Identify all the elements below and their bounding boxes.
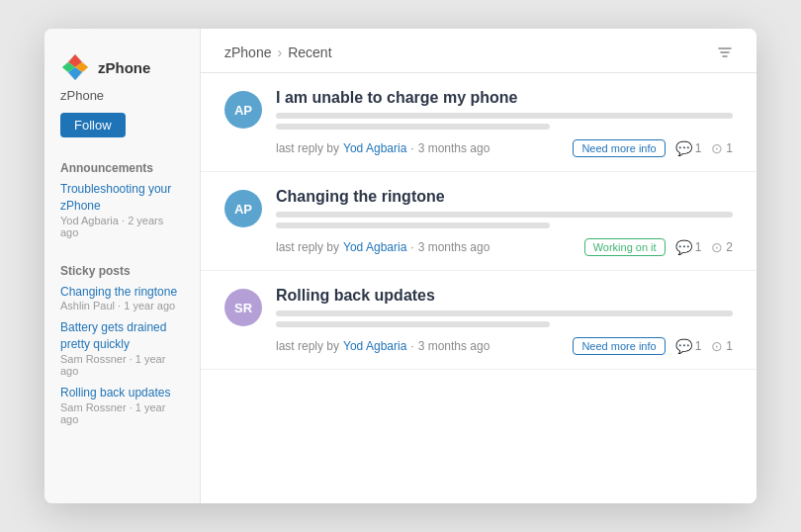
avatar-2: SR	[224, 289, 262, 326]
follow-button[interactable]: Follow	[60, 113, 126, 137]
reply-author-link-0[interactable]: Yod Agbaria	[343, 141, 406, 155]
post-footer-0: last reply by Yod Agbaria · 3 months ago…	[276, 139, 733, 157]
comment-icon-2: 💬	[675, 338, 692, 354]
sidebar-sub-label: zPhone	[60, 88, 184, 103]
post-title-0[interactable]: I am unable to charge my phone	[276, 89, 733, 107]
comment-icon-0: 💬	[675, 140, 692, 156]
view-count-0: ⊙ 1	[711, 140, 733, 156]
status-badge-2: Need more info	[573, 337, 665, 355]
post-top-0: AP I am unable to charge my phone last r…	[224, 89, 733, 157]
comment-count-2: 💬 1	[675, 338, 702, 354]
breadcrumb-current: Recent	[288, 44, 331, 60]
view-icon-1: ⊙	[711, 239, 723, 255]
post-line-6	[276, 321, 550, 327]
view-count-1: ⊙ 2	[711, 239, 733, 255]
post-line-5	[276, 310, 733, 316]
post-body-1: Changing the ringtone last reply by Yod …	[276, 188, 733, 256]
announcements-section: Announcements Troubleshooting your zPhon…	[60, 157, 184, 246]
view-icon-0: ⊙	[711, 140, 723, 156]
main-content: zPhone › Recent AP I am unable to charge…	[201, 29, 756, 503]
post-title-2[interactable]: Rolling back updates	[276, 287, 733, 305]
post-line-2	[276, 124, 550, 130]
comment-count-0: 💬 1	[675, 140, 702, 156]
post-actions-1: Working on it 💬 1 ⊙ 2	[584, 238, 733, 256]
sticky-meta-2: Sam Rossner · 1 year ago	[60, 401, 184, 425]
sticky-meta-1: Sam Rossner · 1 year ago	[60, 353, 184, 377]
post-footer-1: last reply by Yod Agbaria · 3 months ago…	[276, 238, 733, 256]
post-title-1[interactable]: Changing the ringtone	[276, 188, 733, 206]
view-icon-2: ⊙	[711, 338, 723, 354]
post-reply-info-2: last reply by Yod Agbaria · 3 months ago	[276, 339, 490, 353]
post-top-1: AP Changing the ringtone last reply by Y…	[224, 188, 733, 256]
sticky-link-0[interactable]: Changing the ringtone	[60, 284, 184, 301]
post-line-3	[276, 212, 733, 218]
sticky-link-1[interactable]: Battery gets drained pretty quickly	[60, 319, 184, 353]
post-top-2: SR Rolling back updates last reply by Yo…	[224, 287, 733, 355]
post-body-0: I am unable to charge my phone last repl…	[276, 89, 733, 157]
filter-icon	[717, 44, 733, 60]
avatar-0: AP	[224, 91, 262, 129]
app-logo-icon	[60, 52, 90, 82]
post-item-0: AP I am unable to charge my phone last r…	[201, 73, 756, 172]
post-actions-2: Need more info 💬 1 ⊙ 1	[573, 337, 733, 355]
post-line-4	[276, 222, 550, 228]
posts-list: AP I am unable to charge my phone last r…	[201, 73, 756, 503]
app-container: zPhone zPhone Follow Announcements Troub…	[44, 29, 756, 503]
sticky-title: Sticky posts	[60, 264, 184, 278]
main-header: zPhone › Recent	[201, 29, 756, 73]
post-reply-info-0: last reply by Yod Agbaria · 3 months ago	[276, 141, 490, 155]
post-body-2: Rolling back updates last reply by Yod A…	[276, 287, 733, 355]
post-line-1	[276, 113, 733, 119]
announcement-link-0[interactable]: Troubleshooting your zPhone	[60, 181, 184, 215]
post-item-1: AP Changing the ringtone last reply by Y…	[201, 172, 756, 271]
post-actions-0: Need more info 💬 1 ⊙ 1	[573, 139, 733, 157]
breadcrumb-root: zPhone	[224, 44, 271, 60]
breadcrumb: zPhone › Recent	[224, 44, 332, 60]
comment-count-1: 💬 1	[675, 239, 702, 255]
announcement-meta-0: Yod Agbaria · 2 years ago	[60, 215, 184, 238]
post-reply-info-1: last reply by Yod Agbaria · 3 months ago	[276, 240, 490, 254]
breadcrumb-separator: ›	[277, 44, 282, 60]
sidebar: zPhone zPhone Follow Announcements Troub…	[44, 29, 201, 503]
sticky-meta-0: Ashlin Paul · 1 year ago	[60, 300, 184, 311]
logo-row: zPhone	[60, 52, 184, 82]
sidebar-app-name: zPhone	[98, 59, 150, 76]
comment-icon-1: 💬	[675, 239, 692, 255]
sticky-link-2[interactable]: Rolling back updates	[60, 385, 184, 401]
announcements-title: Announcements	[60, 161, 184, 175]
post-footer-2: last reply by Yod Agbaria · 3 months ago…	[276, 337, 733, 355]
reply-author-link-1[interactable]: Yod Agbaria	[343, 240, 406, 254]
filter-button[interactable]	[717, 44, 733, 60]
status-badge-1: Working on it	[584, 238, 666, 256]
avatar-1: AP	[224, 190, 262, 227]
view-count-2: ⊙ 1	[711, 338, 733, 354]
sticky-section: Sticky posts Changing the ringtone Ashli…	[60, 260, 184, 433]
post-item-2: SR Rolling back updates last reply by Yo…	[201, 271, 756, 370]
status-badge-0: Need more info	[573, 139, 665, 157]
reply-author-link-2[interactable]: Yod Agbaria	[343, 339, 406, 353]
